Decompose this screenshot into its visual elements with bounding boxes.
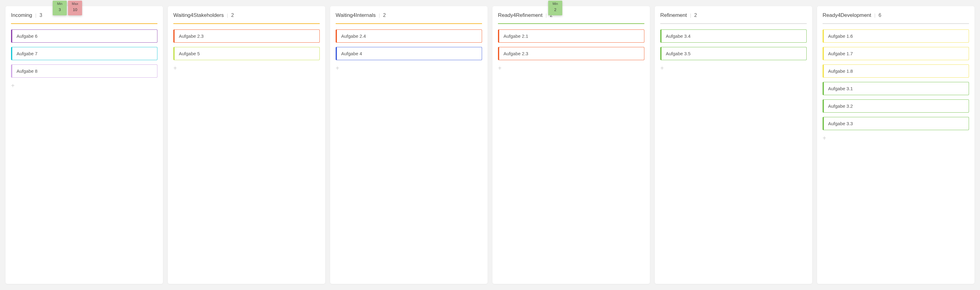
- add-card-button[interactable]: +: [660, 64, 667, 72]
- card-list: Aufgabe 1.6Aufgabe 1.7Aufgabe 1.8Aufgabe…: [822, 29, 969, 130]
- column-count: 2: [231, 13, 234, 18]
- card-title: Aufgabe 8: [16, 69, 37, 74]
- column-divider: [11, 23, 158, 24]
- add-card-button[interactable]: +: [822, 135, 829, 142]
- wip-min-label: Min: [548, 2, 562, 5]
- column-count-separator: |: [690, 13, 691, 18]
- wip-min-value: 3: [52, 7, 67, 12]
- card-title: Aufgabe 1.6: [828, 34, 853, 38]
- wip-min-sticky[interactable]: Min3: [52, 1, 67, 15]
- column-title: Ready4Refinement: [498, 12, 542, 18]
- card-title: Aufgabe 7: [16, 51, 37, 56]
- card[interactable]: Aufgabe 1.7: [822, 47, 969, 60]
- card-list: Aufgabe 2.1Aufgabe 2.3: [498, 29, 644, 60]
- card[interactable]: Aufgabe 1.6: [822, 29, 969, 43]
- card[interactable]: Aufgabe 2.3: [173, 29, 320, 43]
- column-title: Waiting4Internals: [336, 12, 376, 18]
- card-title: Aufgabe 2.3: [503, 51, 528, 56]
- card-list: Aufgabe 2.4Aufgabe 4: [336, 29, 482, 60]
- add-card-button[interactable]: +: [173, 64, 180, 72]
- wip-sticky-group: Min3Max10: [52, 1, 82, 15]
- card-title: Aufgabe 2.1: [503, 34, 528, 38]
- card[interactable]: Aufgabe 3.5: [660, 47, 807, 60]
- card-title: Aufgabe 1.8: [828, 69, 853, 74]
- column: Min3Max10Incoming|3Aufgabe 6Aufgabe 7Auf…: [5, 6, 163, 284]
- card-title: Aufgabe 3.5: [666, 51, 690, 56]
- column-header[interactable]: Waiting4Stakeholders|2: [173, 12, 320, 18]
- column-count: 3: [40, 13, 42, 18]
- card[interactable]: Aufgabe 3.1: [822, 82, 969, 95]
- card-title: Aufgabe 2.3: [179, 34, 204, 38]
- card-title: Aufgabe 5: [179, 51, 200, 56]
- card-list: Aufgabe 2.3Aufgabe 5: [173, 29, 320, 60]
- column-count: 2: [383, 13, 386, 18]
- card[interactable]: Aufgabe 4: [336, 47, 482, 60]
- card[interactable]: Aufgabe 3.3: [822, 117, 969, 130]
- card-title: Aufgabe 4: [341, 51, 362, 56]
- card-title: Aufgabe 3.1: [828, 86, 853, 91]
- column-divider: [173, 23, 320, 24]
- card-title: Aufgabe 1.7: [828, 51, 853, 56]
- card[interactable]: Aufgabe 8: [11, 64, 158, 78]
- column-header[interactable]: Ready4Development|6: [822, 12, 969, 18]
- wip-min-sticky[interactable]: Min2: [548, 1, 562, 15]
- wip-min-value: 2: [548, 7, 562, 12]
- column-count-separator: |: [874, 13, 875, 18]
- card-title: Aufgabe 3.2: [828, 103, 853, 109]
- card[interactable]: Aufgabe 2.3: [498, 47, 644, 60]
- column-title: Waiting4Stakeholders: [173, 12, 224, 18]
- column-title: Refinement: [660, 12, 687, 18]
- kanban-board: Min3Max10Incoming|3Aufgabe 6Aufgabe 7Auf…: [5, 6, 975, 284]
- column-divider: [660, 23, 807, 24]
- column: Refinement|2Aufgabe 3.4Aufgabe 3.5+: [655, 6, 812, 284]
- column-count-separator: |: [227, 13, 228, 18]
- add-card-button[interactable]: +: [336, 64, 342, 72]
- column-title: Ready4Development: [822, 12, 871, 18]
- column-count: 2: [694, 13, 697, 18]
- card-list: Aufgabe 6Aufgabe 7Aufgabe 8: [11, 29, 158, 78]
- column: Ready4Development|6Aufgabe 1.6Aufgabe 1.…: [817, 6, 975, 284]
- column-header[interactable]: Ready4Refinement|2: [498, 12, 644, 18]
- card-title: Aufgabe 2.4: [341, 34, 366, 38]
- column-count-separator: |: [35, 13, 37, 18]
- wip-max-sticky[interactable]: Max10: [68, 1, 82, 15]
- column: Waiting4Internals|2Aufgabe 2.4Aufgabe 4+: [330, 6, 488, 284]
- column-count-separator: |: [546, 13, 547, 18]
- card-list: Aufgabe 3.4Aufgabe 3.5: [660, 29, 807, 60]
- column: Waiting4Stakeholders|2Aufgabe 2.3Aufgabe…: [168, 6, 325, 284]
- column-divider: [336, 23, 482, 24]
- column: Min2Ready4Refinement|2Aufgabe 2.1Aufgabe…: [492, 6, 650, 284]
- card[interactable]: Aufgabe 3.2: [822, 99, 969, 113]
- column-divider: [498, 23, 644, 24]
- card[interactable]: Aufgabe 7: [11, 47, 158, 60]
- column-count-separator: |: [379, 13, 380, 18]
- column-divider: [822, 23, 969, 24]
- wip-max-label: Max: [68, 2, 82, 5]
- add-card-button[interactable]: +: [498, 64, 504, 72]
- column-title: Incoming: [11, 12, 32, 18]
- card[interactable]: Aufgabe 3.4: [660, 29, 807, 43]
- column-header[interactable]: Refinement|2: [660, 12, 807, 18]
- wip-sticky-group: Min2: [548, 1, 562, 15]
- add-card-button[interactable]: +: [11, 82, 17, 89]
- card-title: Aufgabe 6: [16, 34, 37, 38]
- card[interactable]: Aufgabe 2.1: [498, 29, 644, 43]
- card-title: Aufgabe 3.4: [666, 34, 690, 38]
- card[interactable]: Aufgabe 1.8: [822, 64, 969, 78]
- card-title: Aufgabe 3.3: [828, 121, 853, 126]
- card[interactable]: Aufgabe 5: [173, 47, 320, 60]
- wip-min-label: Min: [52, 2, 67, 5]
- card[interactable]: Aufgabe 2.4: [336, 29, 482, 43]
- wip-max-value: 10: [68, 7, 82, 12]
- column-header[interactable]: Waiting4Internals|2: [336, 12, 482, 18]
- card[interactable]: Aufgabe 6: [11, 29, 158, 43]
- column-count: 6: [879, 13, 881, 18]
- column-header[interactable]: Incoming|3: [11, 12, 158, 18]
